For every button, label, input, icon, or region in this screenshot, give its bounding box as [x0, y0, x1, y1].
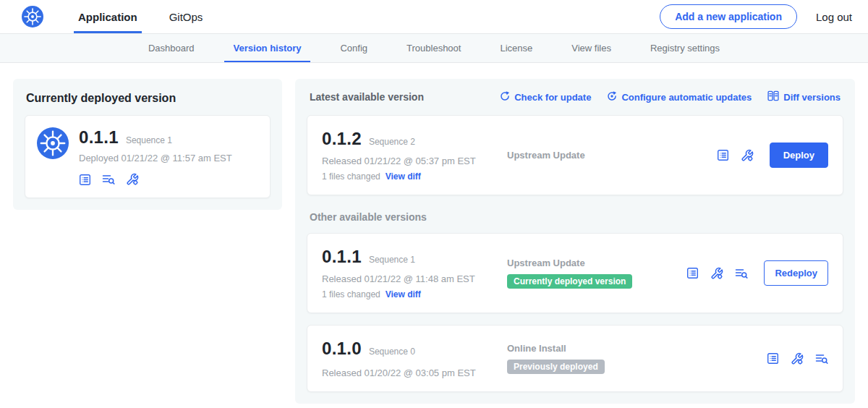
version-details: 0.1.1 Sequence 1 Released 01/21/22 @ 11:…: [322, 247, 507, 299]
version-card-010: 0.1.0 Sequence 0 Released 01/20/22 @ 03:…: [307, 325, 843, 392]
subnav-view-files[interactable]: View files: [552, 34, 631, 62]
deployed-version-info: 0.1.1 Sequence 1 Deployed 01/21/22 @ 11:…: [79, 127, 232, 186]
version-card-011: 0.1.1 Sequence 1 Released 01/21/22 @ 11:…: [307, 233, 843, 313]
tab-gitops[interactable]: GitOps: [153, 0, 219, 33]
version-actions: Redeploy: [686, 260, 828, 286]
latest-version-title: Latest available version: [310, 91, 424, 103]
released-timestamp: Released 01/20/22 @ 03:05 pm EST: [322, 367, 507, 378]
add-application-button[interactable]: Add a new application: [660, 4, 797, 29]
sequence-label: Sequence 1: [369, 255, 415, 265]
source-label: Online Install: [507, 343, 767, 354]
subnav-dashboard[interactable]: Dashboard: [129, 34, 214, 62]
subnav-license[interactable]: License: [480, 34, 552, 62]
sequence-label: Sequence 0: [369, 347, 415, 357]
app-subnav: Dashboard Version history Config Trouble…: [0, 34, 868, 63]
version-number: 0.1.1: [322, 247, 362, 267]
version-number: 0.1.2: [322, 129, 362, 149]
release-notes-icon[interactable]: [79, 174, 91, 186]
configure-automatic-updates-label: Configure automatic updates: [621, 92, 752, 103]
version-actions: Deploy: [717, 143, 828, 168]
latest-version-header: Latest available version Check for updat…: [310, 90, 841, 103]
version-actions: [767, 352, 828, 365]
deployed-timestamp: Deployed 01/21/22 @ 11:57 am EST: [79, 153, 232, 163]
tab-application[interactable]: Application: [62, 0, 153, 33]
edit-config-icon[interactable]: [126, 173, 139, 186]
refresh-icon: [500, 91, 510, 103]
version-details: 0.1.0 Sequence 0 Released 01/20/22 @ 03:…: [322, 339, 507, 378]
released-timestamp: Released 01/21/22 @ 05:37 pm EST: [322, 156, 507, 166]
sequence-label: Sequence 2: [369, 137, 415, 147]
auto-update-icon: [607, 91, 617, 103]
files-changed-label: 1 files changed: [322, 289, 380, 299]
check-for-update-link[interactable]: Check for update: [500, 91, 591, 103]
subnav-troubleshoot[interactable]: Troubleshoot: [387, 34, 480, 62]
subnav-registry-settings[interactable]: Registry settings: [631, 34, 739, 62]
subnav-config[interactable]: Config: [320, 34, 387, 62]
deployed-actions: [79, 173, 232, 186]
other-versions-title: Other available versions: [310, 211, 841, 223]
view-diff-link[interactable]: View diff: [386, 289, 421, 299]
release-notes-icon[interactable]: [717, 149, 729, 161]
version-history-panel: Latest available version Check for updat…: [295, 79, 855, 404]
subnav-version-history[interactable]: Version history: [214, 34, 321, 62]
version-panel-actions: Check for update Configure automatic upd…: [500, 90, 841, 103]
view-files-icon[interactable]: [815, 353, 828, 365]
deploy-button[interactable]: Deploy: [770, 143, 828, 168]
diff-icon: [767, 90, 779, 103]
released-timestamp: Released 01/21/22 @ 11:48 am EST: [322, 273, 507, 284]
primary-nav: Application GitOps: [62, 0, 218, 33]
previously-deployed-badge: Previously deployed: [507, 360, 605, 374]
view-files-icon[interactable]: [102, 174, 115, 185]
currently-deployed-badge: Currently deployed version: [507, 274, 632, 289]
main-content: Currently deployed version 0.1.1 Sequenc…: [0, 63, 868, 404]
deployed-version-card: 0.1.1 Sequence 1 Deployed 01/21/22 @ 11:…: [25, 115, 271, 198]
app-logo-icon: [37, 127, 69, 159]
view-diff-link[interactable]: View diff: [386, 171, 421, 182]
release-notes-icon[interactable]: [767, 352, 779, 365]
deployed-version-number: 0.1.1: [79, 127, 119, 148]
version-card-latest: 0.1.2 Sequence 2 Released 01/21/22 @ 05:…: [307, 115, 843, 195]
version-details: 0.1.2 Sequence 2 Released 01/21/22 @ 05:…: [322, 129, 507, 182]
version-source: Upstream Update Currently deployed versi…: [507, 258, 686, 289]
currently-deployed-panel: Currently deployed version 0.1.1 Sequenc…: [13, 79, 282, 210]
top-header: Application GitOps Add a new application…: [0, 0, 868, 34]
edit-config-icon[interactable]: [710, 267, 723, 280]
check-for-update-label: Check for update: [514, 92, 591, 103]
version-number: 0.1.0: [322, 339, 362, 359]
files-changed-label: 1 files changed: [322, 171, 380, 182]
source-label: Upstream Update: [507, 258, 686, 268]
view-files-icon[interactable]: [735, 268, 748, 279]
diff-versions-label: Diff versions: [783, 92, 841, 103]
release-notes-icon[interactable]: [686, 267, 699, 279]
version-source: Online Install Previously deployed: [507, 343, 767, 374]
deployed-panel-title: Currently deployed version: [26, 92, 269, 105]
edit-config-icon[interactable]: [791, 352, 804, 365]
version-source: Upstream Update: [507, 150, 717, 161]
configure-automatic-updates-link[interactable]: Configure automatic updates: [607, 91, 752, 103]
redeploy-button[interactable]: Redeploy: [764, 260, 828, 286]
logout-button[interactable]: Log out: [816, 11, 852, 23]
header-actions: Add a new application Log out: [660, 4, 852, 29]
edit-config-icon[interactable]: [741, 149, 754, 162]
source-label: Upstream Update: [507, 150, 717, 161]
kubernetes-logo-icon: [22, 6, 43, 27]
diff-versions-link[interactable]: Diff versions: [767, 90, 841, 103]
deployed-sequence-label: Sequence 1: [126, 135, 172, 145]
